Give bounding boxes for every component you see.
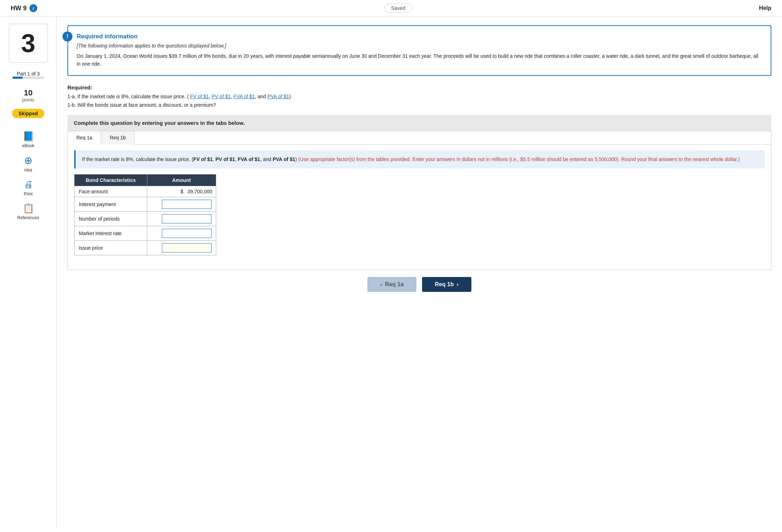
print-tool[interactable]: 🖨 Print	[4, 176, 53, 199]
label-issue-price: Issue price	[75, 240, 147, 255]
hint-label: Hint	[24, 168, 32, 173]
sidebar-tools: 📘 eBook ⊕ Hint 🖨 Print 📋 References	[4, 128, 53, 223]
label-interest-payment: Interest payment	[75, 197, 147, 211]
label-face-amount: Face amount	[75, 186, 147, 197]
help-link[interactable]: Help	[759, 5, 771, 11]
part-label: Part 1 of 3	[12, 71, 44, 77]
next-button[interactable]: Req 1b ›	[422, 277, 471, 292]
required-title: Required:	[67, 84, 771, 90]
info-box-title: Required information	[77, 33, 762, 40]
table-row-market-rate: Market interest rate	[75, 226, 216, 240]
skipped-badge: Skipped	[12, 109, 44, 118]
value-issue-price	[147, 240, 216, 255]
question-number: 3	[21, 29, 35, 58]
required-line2: 1-b. Will the bonds issue at face amount…	[67, 101, 771, 110]
red-instruction-text: (Use appropriate factor(s) from the tabl…	[298, 156, 740, 162]
hint-icon: ⊕	[24, 155, 32, 166]
print-label: Print	[24, 192, 33, 196]
references-label: References	[17, 215, 39, 220]
nav-buttons: ‹ Req 1a Req 1b ›	[67, 277, 771, 292]
pv-link[interactable]: PV of $1	[212, 94, 231, 99]
info-box-subtitle: [The following information applies to th…	[77, 43, 762, 49]
table-row-issue-price: Issue price	[75, 240, 216, 255]
input-number-of-periods[interactable]	[162, 214, 212, 223]
ebook-label: eBook	[22, 143, 34, 148]
value-interest-payment	[147, 197, 216, 211]
info-box: ! Required information [The following in…	[67, 25, 771, 76]
main-content: ! Required information [The following in…	[57, 17, 782, 529]
top-bar: HW 9 i Saved Help	[0, 0, 782, 17]
points-area: 10 points	[22, 89, 34, 102]
points-label: points	[22, 97, 34, 102]
col-header-amount: Amount	[147, 174, 216, 186]
sidebar: 3 Part 1 of 3 10 points Skipped 📘 eBook	[0, 17, 57, 529]
label-number-of-periods: Number of periods	[75, 211, 147, 226]
required-text: 1-a. If the market rate is 8%, calculate…	[67, 93, 771, 110]
references-tool[interactable]: 📋 References	[4, 200, 53, 223]
instruction-bar: Complete this question by entering your …	[67, 115, 771, 131]
next-label: Req 1b	[435, 281, 454, 288]
prev-arrow: ‹	[380, 281, 382, 288]
label-market-rate: Market interest rate	[75, 226, 147, 240]
col-header-characteristics: Bond Characteristics	[75, 174, 147, 186]
input-interest-payment[interactable]	[162, 200, 212, 209]
tabs-row: Req 1a Req 1b	[68, 131, 771, 145]
print-icon: 🖨	[24, 179, 33, 190]
input-market-rate[interactable]	[162, 229, 212, 238]
table-row-face-amount: Face amount $ 39,700,000	[75, 186, 216, 197]
value-number-of-periods	[147, 211, 216, 226]
required-section: Required: 1-a. If the market rate is 8%,…	[67, 84, 771, 110]
blue-instruction: If the market rate is 8%, calculate the …	[74, 150, 765, 168]
value-face-amount: $ 39,700,000	[147, 186, 216, 197]
progress-bar	[12, 77, 23, 79]
pva-link[interactable]: PVA of $1	[267, 94, 289, 99]
tabs-container: Req 1a Req 1b If the market rate is 8%, …	[67, 131, 771, 270]
hw-title-area: HW 9 i	[11, 4, 37, 12]
info-box-icon: !	[62, 32, 72, 41]
hint-tool[interactable]: ⊕ Hint	[4, 152, 53, 176]
required-line1: 1-a. If the market rate is 8%, calculate…	[67, 93, 771, 101]
input-issue-price[interactable]	[162, 243, 212, 253]
prev-label: Req 1a	[385, 281, 404, 288]
table-row-interest-payment: Interest payment	[75, 197, 216, 211]
table-row-number-of-periods: Number of periods	[75, 211, 216, 226]
value-market-rate	[147, 226, 216, 240]
fv-link[interactable]: FV of $1	[190, 94, 209, 99]
tab-req1b[interactable]: Req 1b	[101, 131, 135, 145]
tab-content-req1a: If the market rate is 8%, calculate the …	[68, 145, 771, 269]
bond-table: Bond Characteristics Amount Face amount …	[74, 174, 216, 255]
saved-badge: Saved	[384, 4, 412, 13]
main-layout: 3 Part 1 of 3 10 points Skipped 📘 eBook	[0, 17, 782, 529]
tab-req1a[interactable]: Req 1a	[68, 131, 101, 145]
references-icon: 📋	[23, 203, 34, 214]
ebook-tool[interactable]: 📘 eBook	[4, 128, 53, 151]
ebook-icon: 📘	[23, 131, 34, 142]
info-box-body: On January 1, 2024, Ocean World issues $…	[77, 52, 762, 68]
question-number-box: 3	[9, 24, 48, 63]
fva-link[interactable]: FVA of $1	[234, 94, 255, 99]
progress-bar-container	[12, 77, 44, 79]
hw-title: HW 9	[11, 5, 27, 12]
points-value: 10	[22, 89, 34, 97]
prev-button[interactable]: ‹ Req 1a	[367, 277, 416, 292]
info-icon[interactable]: i	[29, 4, 37, 12]
next-arrow: ›	[456, 281, 458, 288]
